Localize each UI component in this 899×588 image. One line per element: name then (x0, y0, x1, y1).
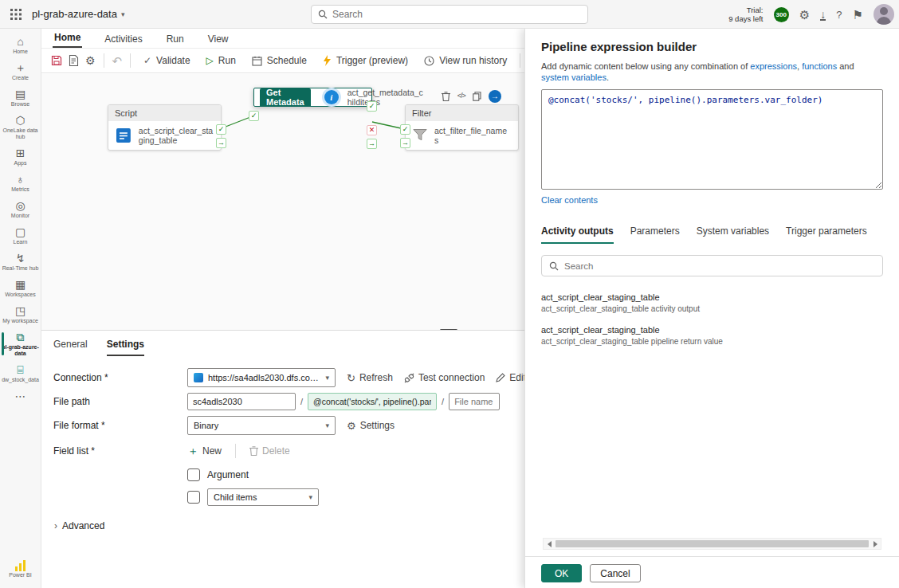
tab-system-variables[interactable]: System variables (697, 225, 769, 244)
undo-icon: ↶ (112, 55, 123, 67)
tab-activity-outputs[interactable]: Activity outputs (541, 225, 614, 244)
expressions-link[interactable]: expressions (750, 61, 797, 71)
system-variables-link[interactable]: system variables (541, 73, 607, 82)
tab-parameters[interactable]: Parameters (630, 225, 680, 244)
format-settings-button[interactable]: ⚙Settings (347, 420, 395, 431)
download-icon[interactable]: ↓ (820, 9, 826, 21)
horizontal-scrollbar[interactable] (543, 538, 881, 550)
validate-button[interactable]: ✓Validate (136, 50, 198, 71)
list-item[interactable]: act_script_clear_staging_table act_scrip… (541, 292, 883, 313)
monitor-icon: ◎ (15, 200, 25, 212)
sidebar-item-apps[interactable]: ⊞Apps (0, 143, 41, 170)
argument-checkbox[interactable] (187, 468, 200, 481)
sidebar-item-pipeline[interactable]: ⧉pl-grab-azure-data (0, 327, 41, 360)
list-item[interactable]: act_script_clear_staging_table act_scrip… (541, 325, 883, 346)
file-name-input[interactable] (449, 393, 500, 410)
run-button[interactable]: ▷Run (199, 50, 243, 71)
search-input[interactable] (332, 9, 581, 20)
powerbi-icon (15, 560, 26, 571)
trigger-preview-button[interactable]: Trigger (preview) (316, 50, 415, 71)
cancel-button[interactable]: Cancel (590, 564, 640, 582)
tab-home[interactable]: Home (53, 30, 82, 48)
container-input[interactable] (187, 393, 296, 410)
scroll-right-arrow[interactable] (870, 539, 881, 549)
feedback-icon[interactable]: ⚑ (853, 9, 863, 21)
expression-input[interactable]: @concat('stocks/', pipeline().parameters… (541, 89, 883, 190)
global-search[interactable] (311, 5, 588, 24)
connection-dropdown[interactable]: https://sa4adls2030.dfs.core.wind... ▾ (187, 368, 336, 387)
file-format-label: File format * (53, 420, 187, 431)
outputs-search-input[interactable] (564, 261, 875, 271)
tab-view[interactable]: View (206, 32, 230, 48)
help-icon[interactable]: ? (836, 10, 842, 20)
tab-trigger-parameters[interactable]: Trigger parameters (786, 225, 867, 244)
test-connection-button[interactable]: Test connection (404, 372, 485, 383)
copy-activity-icon[interactable] (473, 92, 481, 101)
pipeline-canvas[interactable]: Script act_script_clear_staging_table ✓ … (41, 74, 524, 330)
sidebar-item-workspaces[interactable]: ▦Workspaces (0, 275, 41, 301)
user-avatar[interactable] (873, 4, 894, 25)
scrollbar-thumb[interactable] (555, 540, 869, 547)
undo-button[interactable]: ↶ (109, 50, 124, 71)
sidebar-item-home[interactable]: ⌂Home (0, 32, 41, 58)
new-field-button[interactable]: ＋New (187, 445, 222, 457)
save-button[interactable] (49, 50, 65, 71)
directory-expression-input[interactable] (308, 393, 437, 410)
sidebar-item-realtime-hub[interactable]: ↯Real-Time hub (0, 249, 41, 275)
outputs-search[interactable] (541, 255, 883, 276)
notification-badge[interactable]: 300 (774, 7, 789, 22)
refresh-button[interactable]: ↻Refresh (347, 372, 393, 383)
top-bar: pl-grab-azure-data ▾ Trial: 9 days left … (0, 0, 899, 29)
sidebar-item-onelake[interactable]: ⬡OneLake data hub (0, 111, 41, 143)
sidebar-item-powerbi[interactable]: Power BI (0, 556, 41, 582)
ok-button[interactable]: OK (541, 564, 582, 582)
completion-port-icon[interactable]: → (367, 139, 377, 149)
tab-activities[interactable]: Activities (103, 32, 143, 48)
success-port-icon[interactable]: ✓ (367, 101, 377, 112)
validate-doc-button[interactable] (66, 50, 81, 71)
activity-node-filter[interactable]: Filter act_filter_file_names ✓ → (405, 104, 519, 151)
file-format-dropdown[interactable]: Binary ▾ (187, 416, 336, 435)
schedule-button[interactable]: Schedule (245, 50, 314, 71)
delete-field-button[interactable]: Delete (249, 445, 290, 457)
fail-port-icon[interactable]: ✕ (367, 125, 377, 135)
scroll-left-arrow[interactable] (544, 539, 555, 549)
settings-gear-icon[interactable]: ⚙ (799, 9, 810, 21)
app-launcher-icon[interactable] (0, 0, 32, 29)
success-port-icon[interactable]: ✓ (216, 124, 226, 135)
pipeline-settings-button[interactable]: ⚙ (83, 50, 98, 71)
sidebar-item-monitor[interactable]: ◎Monitor (0, 196, 41, 222)
input-port2-icon[interactable]: → (400, 138, 410, 148)
chevron-down-icon: ▾ (121, 10, 125, 18)
go-to-activity-icon[interactable]: → (489, 90, 501, 103)
advanced-toggle[interactable]: › Advanced (54, 520, 524, 531)
clear-contents-link[interactable]: Clear contents (541, 195, 598, 205)
sidebar-item-warehouse[interactable]: ⌸dw_stock_data (0, 360, 41, 386)
activity-node-script[interactable]: Script act_script_clear_staging_table ✓ … (108, 104, 222, 151)
clock-icon (424, 56, 434, 66)
plus-icon: ＋ (15, 62, 26, 74)
sidebar-item-learn[interactable]: ▢Learn (0, 222, 41, 249)
tab-settings[interactable]: Settings (107, 339, 144, 356)
input-port-icon[interactable]: ✓ (249, 111, 259, 121)
child-items-checkbox[interactable] (187, 491, 200, 504)
code-icon[interactable]: </> (457, 92, 465, 100)
tab-run[interactable]: Run (165, 32, 186, 48)
edit-button[interactable]: Edit (496, 372, 526, 383)
get-metadata-icon: i (322, 88, 341, 107)
input-port-icon[interactable]: ✓ (400, 124, 410, 135)
child-items-dropdown[interactable]: Child items ▾ (207, 488, 319, 506)
sidebar-item-browse[interactable]: ▤Browse (0, 84, 41, 111)
sidebar-item-create[interactable]: ＋Create (0, 58, 41, 84)
sidebar-item-metrics[interactable]: ♁Metrics (0, 170, 41, 196)
sidebar-item-more[interactable]: ⋯ (0, 386, 41, 406)
activity-node-get-metadata[interactable]: Get Metadata i act_get_metadata_childite… (253, 88, 372, 107)
view-run-history-button[interactable]: View run history (417, 50, 514, 71)
functions-link[interactable]: functions (802, 61, 837, 71)
sidebar-item-my-workspace[interactable]: ◳My workspace (0, 301, 41, 327)
pipeline-title-menu[interactable]: pl-grab-azure-data ▾ (32, 8, 124, 20)
activity-type-label: Filter (406, 105, 518, 121)
tab-general[interactable]: General (53, 339, 88, 356)
output-port-icon[interactable]: → (216, 138, 226, 148)
delete-activity-icon[interactable] (442, 92, 450, 101)
